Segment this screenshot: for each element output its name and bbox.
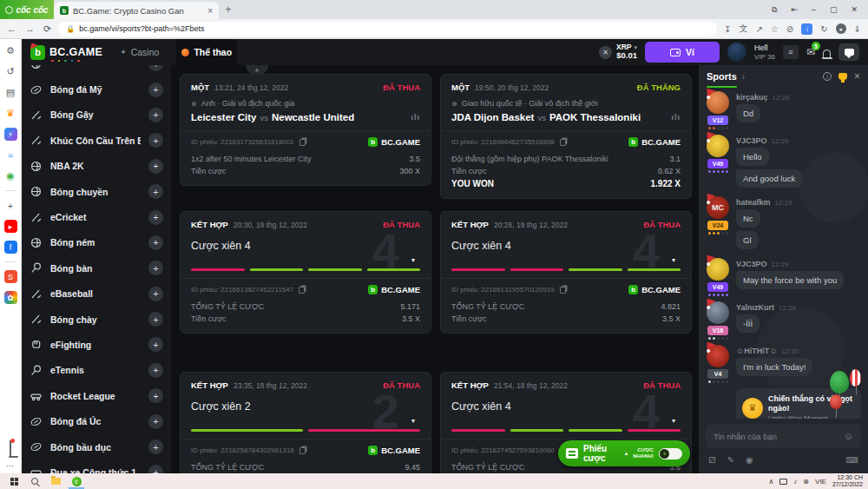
sidebar-item-bóng-bàn[interactable]: Bóng bàn+ <box>22 255 171 281</box>
expand-caret-icon[interactable]: ▾ <box>411 417 415 425</box>
reload-icon[interactable]: ⟳ <box>43 23 51 35</box>
copy-icon[interactable] <box>299 447 306 454</box>
add-to-favorites-button[interactable]: + <box>148 261 163 275</box>
close-icon[interactable]: ✕ <box>851 5 858 14</box>
sidebar-item-bóng-đá-úc[interactable]: Bóng đá Úc+ <box>22 408 171 433</box>
bet-card[interactable]: MỘT19:50, 20 thg 12, 2022ĐÃ THẮNG⊕Giao h… <box>440 74 692 199</box>
avatar[interactable] <box>707 91 729 114</box>
expand-caret-icon[interactable]: ▾ <box>672 256 675 264</box>
dismiss-icon[interactable]: ⊗ <box>803 478 809 486</box>
add-to-favorites-button[interactable]: + <box>148 337 163 352</box>
coin-drop-icon[interactable]: ◉ <box>746 455 753 465</box>
sidebar-item-etennis[interactable]: eTennis+ <box>22 358 171 383</box>
more-icon[interactable]: ⋯ <box>6 461 15 470</box>
info-icon[interactable]: i <box>823 72 832 81</box>
sidebar-item-ebaseball[interactable]: eBaseball+ <box>22 281 171 307</box>
add-to-favorites-button[interactable]: + <box>148 210 163 225</box>
session-restore-icon[interactable]: ⇤ <box>791 5 798 14</box>
emoji-icon[interactable]: ☺ <box>844 431 853 441</box>
expand-caret-icon[interactable]: ▾ <box>672 417 675 425</box>
chat-username[interactable]: YalnızKurt <box>736 303 774 312</box>
sidebar-item-khúc-côn-cầu-trên-băng[interactable]: Khúc Côn Cầu Trên Băng+ <box>22 128 171 153</box>
add-to-favorites-button[interactable]: + <box>148 235 163 250</box>
tab-close-icon[interactable]: × <box>207 6 213 16</box>
sidebar-item-bóng-ném[interactable]: Bóng ném+ <box>22 230 171 255</box>
download-active-icon[interactable]: ↓ <box>801 23 812 35</box>
avatar[interactable] <box>707 258 729 281</box>
sidebar-item[interactable]: + <box>22 65 171 76</box>
add-to-favorites-button[interactable]: + <box>148 159 163 174</box>
add-to-favorites-button[interactable]: + <box>148 184 163 199</box>
shopee-icon[interactable]: S <box>4 270 17 283</box>
chat-toggle-button[interactable] <box>838 43 859 61</box>
chat-username[interactable]: VJC3PO <box>736 136 767 145</box>
strip-notifications-button[interactable] <box>10 441 11 457</box>
add-shortcut-icon[interactable]: + <box>4 199 17 212</box>
user-avatar[interactable] <box>727 43 746 62</box>
url-omnibox[interactable]: 🔒 bc.game/vi/sports?bt-path=%2Fbets <box>58 22 717 36</box>
trophy-icon[interactable] <box>838 73 847 80</box>
copy-icon[interactable] <box>560 287 566 294</box>
bookmark-star-icon[interactable]: ☆ <box>771 24 779 34</box>
sidebar-item-bóng-chày[interactable]: Bóng chày+ <box>22 307 171 332</box>
sidebar-item-nba-2k[interactable]: NBA 2K+ <box>22 154 171 179</box>
facebook-icon[interactable]: f <box>4 241 17 254</box>
sidebar-item-bóng-đá-mỹ[interactable]: Bóng đá Mỹ+ <box>22 76 171 102</box>
copy-icon[interactable] <box>299 287 305 294</box>
messenger-icon[interactable]: ⚡ <box>4 128 17 141</box>
update-icon[interactable]: ↻ <box>820 24 827 34</box>
bcgame-logo[interactable]: b BC.GAME <box>30 45 102 60</box>
add-to-favorites-button[interactable]: + <box>148 108 163 122</box>
chat-close-icon[interactable]: × <box>854 70 860 83</box>
sidebar-item-rocket-league[interactable]: Rocket League+ <box>22 383 171 408</box>
wallet-button[interactable]: Ví <box>645 42 720 63</box>
back-icon[interactable]: ← <box>7 23 16 35</box>
forward-icon[interactable]: → <box>25 23 35 35</box>
coccoc-taskbar-button[interactable]: c <box>66 473 87 489</box>
history-icon[interactable]: ↺ <box>4 65 17 78</box>
share-icon[interactable]: ↗ <box>755 24 762 34</box>
adblock-shield-icon[interactable]: ⊘ <box>786 24 793 34</box>
chat-message-input[interactable]: Tin nhắn của bạn ☺ <box>706 424 861 448</box>
sidebar-item-đua-xe-công-thức-1[interactable]: Đua xe Công thức 1+ <box>22 459 171 473</box>
avatar[interactable] <box>707 301 729 324</box>
new-tab-button[interactable]: + <box>219 0 238 19</box>
copy-icon[interactable] <box>560 139 566 146</box>
chat-username[interactable]: kirçakuç <box>736 93 768 102</box>
bet-card[interactable]: MỘT13:21, 24 thg 12, 2022ĐÃ THUA⊕Anh · G… <box>180 74 431 186</box>
settings-icon[interactable]: ⚙ <box>4 44 17 57</box>
chat-room-tab[interactable]: Sports <box>707 65 737 88</box>
translate-icon[interactable]: 文 <box>739 23 747 35</box>
keyboard-icon[interactable]: ⌨ <box>846 455 858 465</box>
add-to-favorites-button[interactable]: + <box>148 388 163 403</box>
coccoc-menu-button[interactable]: cốc cốc <box>0 0 54 19</box>
cast-icon[interactable]: ⧉ <box>772 5 777 15</box>
chat-username[interactable]: VJC3PO <box>736 260 767 268</box>
profile-avatar-icon[interactable]: ● <box>836 23 846 34</box>
add-to-favorites-button[interactable]: + <box>148 287 163 301</box>
youtube-icon[interactable]: ▸ <box>4 220 17 233</box>
chat-username[interactable]: hateafkm <box>736 198 771 207</box>
downloads-tray-icon[interactable]: ⇓ <box>854 24 861 34</box>
nav-casino[interactable]: ✦ Casino <box>115 39 164 65</box>
network-icon[interactable] <box>779 479 787 485</box>
rain-feature-icon[interactable]: ⚂ <box>708 455 716 465</box>
copy-icon[interactable] <box>299 139 306 146</box>
games-icon[interactable]: ◉ <box>4 169 17 182</box>
add-to-favorites-button[interactable]: + <box>148 312 163 327</box>
minimize-icon[interactable]: – <box>812 5 816 14</box>
avatar[interactable]: MC <box>707 196 729 219</box>
add-to-favorites-button[interactable]: + <box>148 465 163 473</box>
cloud-app-icon[interactable]: ≈ <box>4 149 17 162</box>
file-explorer-button[interactable] <box>45 473 66 489</box>
sidebar-item-efighting[interactable]: eFighting+ <box>22 332 171 357</box>
betslip-button[interactable]: Phiếu cược ▴ CƯỢC NHANH! + <box>558 440 690 466</box>
misc-app-icon[interactable]: ✿ <box>4 291 17 304</box>
taskbar-search-button[interactable] <box>24 473 45 489</box>
expand-caret-icon[interactable]: ▾ <box>411 256 415 264</box>
language-indicator[interactable]: VIE <box>815 478 826 486</box>
volume-icon[interactable]: ♪ <box>793 478 797 486</box>
sidebar-item-bóng-chuyền[interactable]: Bóng chuyền+ <box>22 179 171 204</box>
clock[interactable]: 12:30 CH 27/12/2022 <box>832 474 863 488</box>
currency-selector[interactable]: ✕ XRP ▾ $0.01 <box>599 43 637 61</box>
